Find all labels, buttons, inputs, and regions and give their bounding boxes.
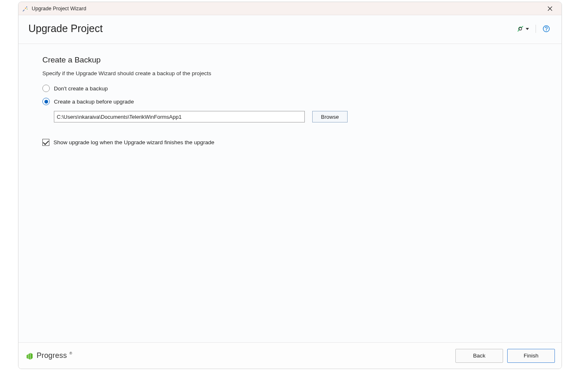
svg-marker-0: [23, 9, 25, 12]
section-title: Create a Backup: [42, 55, 538, 65]
svg-point-2: [26, 6, 27, 7]
radio-icon: [42, 85, 50, 92]
back-button[interactable]: Back: [455, 349, 503, 363]
radio-create-backup[interactable]: Create a backup before upgrade: [42, 98, 538, 105]
progress-logo: Progress ®: [25, 351, 72, 360]
settings-dropdown[interactable]: [515, 23, 531, 34]
radio-label: Create a backup before upgrade: [54, 99, 134, 105]
wizard-icon: [22, 5, 28, 12]
header-tools: [515, 23, 552, 34]
checkbox-icon: [42, 139, 49, 146]
titlebar: Upgrade Project Wizard: [19, 2, 561, 15]
chevron-down-icon: [526, 27, 529, 30]
help-icon: [543, 25, 550, 32]
close-button[interactable]: [542, 2, 558, 15]
radio-label: Don't create a backup: [54, 85, 108, 92]
finish-button[interactable]: Finish: [507, 349, 555, 363]
settings-pen-icon: [517, 25, 524, 32]
radio-icon: [42, 98, 50, 105]
content-area: Create a Backup Specify if the Upgrade W…: [19, 44, 561, 342]
logo-text: Progress: [37, 351, 67, 360]
svg-point-6: [519, 27, 522, 30]
show-log-checkbox-row[interactable]: Show upgrade log when the Upgrade wizard…: [42, 139, 538, 146]
browse-button[interactable]: Browse: [312, 111, 348, 122]
svg-point-1: [25, 7, 26, 9]
page-title: Upgrade Project: [28, 23, 515, 35]
section-description: Specify if the Upgrade Wizard should cre…: [42, 70, 538, 76]
svg-marker-7: [526, 28, 529, 30]
radio-no-backup[interactable]: Don't create a backup: [42, 85, 538, 92]
svg-point-9: [546, 30, 547, 31]
window-title: Upgrade Project Wizard: [32, 6, 542, 12]
backup-path-row: Browse: [54, 111, 538, 122]
svg-point-3: [27, 9, 28, 9]
footer: Progress ® Back Finish: [19, 342, 561, 369]
wizard-window: Upgrade Project Wizard Upgrade Project: [18, 2, 562, 369]
progress-logo-icon: [25, 351, 34, 360]
header: Upgrade Project: [19, 15, 561, 44]
checkbox-label: Show upgrade log when the Upgrade wizard…: [53, 139, 214, 145]
backup-path-input[interactable]: [54, 111, 305, 122]
close-icon: [548, 6, 552, 11]
help-button[interactable]: [541, 23, 552, 34]
trademark: ®: [70, 351, 72, 355]
separator: [536, 25, 536, 33]
